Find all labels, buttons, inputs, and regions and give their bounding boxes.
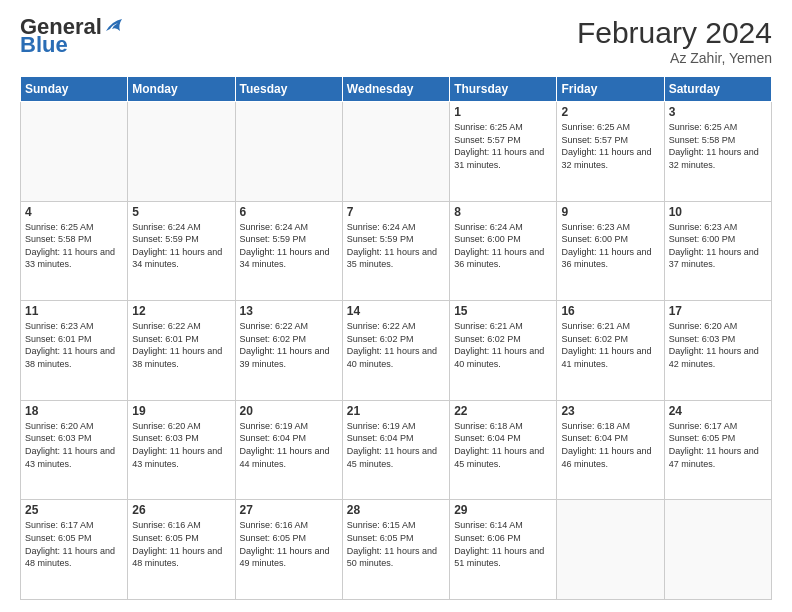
table-row [664,500,771,600]
table-row: 13Sunrise: 6:22 AM Sunset: 6:02 PM Dayli… [235,301,342,401]
day-number: 17 [669,304,767,318]
day-info: Sunrise: 6:20 AM Sunset: 6:03 PM Dayligh… [132,420,230,470]
calendar-week-row: 1Sunrise: 6:25 AM Sunset: 5:57 PM Daylig… [21,102,772,202]
day-number: 19 [132,404,230,418]
table-row: 12Sunrise: 6:22 AM Sunset: 6:01 PM Dayli… [128,301,235,401]
table-row [128,102,235,202]
calendar-header-row: Sunday Monday Tuesday Wednesday Thursday… [21,77,772,102]
day-info: Sunrise: 6:20 AM Sunset: 6:03 PM Dayligh… [25,420,123,470]
day-number: 29 [454,503,552,517]
day-number: 3 [669,105,767,119]
table-row: 5Sunrise: 6:24 AM Sunset: 5:59 PM Daylig… [128,201,235,301]
table-row: 8Sunrise: 6:24 AM Sunset: 6:00 PM Daylig… [450,201,557,301]
header: General Blue February 2024 Az Zahir, Yem… [20,16,772,66]
day-info: Sunrise: 6:22 AM Sunset: 6:02 PM Dayligh… [347,320,445,370]
calendar-week-row: 11Sunrise: 6:23 AM Sunset: 6:01 PM Dayli… [21,301,772,401]
day-info: Sunrise: 6:23 AM Sunset: 6:00 PM Dayligh… [561,221,659,271]
month-year-title: February 2024 [577,16,772,50]
day-number: 4 [25,205,123,219]
day-info: Sunrise: 6:22 AM Sunset: 6:01 PM Dayligh… [132,320,230,370]
table-row: 19Sunrise: 6:20 AM Sunset: 6:03 PM Dayli… [128,400,235,500]
day-number: 6 [240,205,338,219]
table-row: 6Sunrise: 6:24 AM Sunset: 5:59 PM Daylig… [235,201,342,301]
day-info: Sunrise: 6:19 AM Sunset: 6:04 PM Dayligh… [240,420,338,470]
table-row: 15Sunrise: 6:21 AM Sunset: 6:02 PM Dayli… [450,301,557,401]
calendar-week-row: 18Sunrise: 6:20 AM Sunset: 6:03 PM Dayli… [21,400,772,500]
day-info: Sunrise: 6:25 AM Sunset: 5:58 PM Dayligh… [669,121,767,171]
day-number: 23 [561,404,659,418]
day-number: 8 [454,205,552,219]
table-row [342,102,449,202]
table-row: 4Sunrise: 6:25 AM Sunset: 5:58 PM Daylig… [21,201,128,301]
logo: General Blue [20,16,124,56]
day-number: 9 [561,205,659,219]
col-friday: Friday [557,77,664,102]
day-number: 26 [132,503,230,517]
day-number: 13 [240,304,338,318]
logo-bird-icon [104,17,124,35]
table-row: 16Sunrise: 6:21 AM Sunset: 6:02 PM Dayli… [557,301,664,401]
day-number: 28 [347,503,445,517]
day-number: 21 [347,404,445,418]
day-number: 24 [669,404,767,418]
day-number: 2 [561,105,659,119]
day-number: 15 [454,304,552,318]
day-info: Sunrise: 6:16 AM Sunset: 6:05 PM Dayligh… [132,519,230,569]
day-info: Sunrise: 6:20 AM Sunset: 6:03 PM Dayligh… [669,320,767,370]
table-row: 26Sunrise: 6:16 AM Sunset: 6:05 PM Dayli… [128,500,235,600]
calendar-week-row: 4Sunrise: 6:25 AM Sunset: 5:58 PM Daylig… [21,201,772,301]
day-number: 18 [25,404,123,418]
day-info: Sunrise: 6:25 AM Sunset: 5:57 PM Dayligh… [561,121,659,171]
table-row: 1Sunrise: 6:25 AM Sunset: 5:57 PM Daylig… [450,102,557,202]
day-number: 22 [454,404,552,418]
calendar-week-row: 25Sunrise: 6:17 AM Sunset: 6:05 PM Dayli… [21,500,772,600]
col-thursday: Thursday [450,77,557,102]
day-info: Sunrise: 6:18 AM Sunset: 6:04 PM Dayligh… [561,420,659,470]
table-row: 10Sunrise: 6:23 AM Sunset: 6:00 PM Dayli… [664,201,771,301]
day-info: Sunrise: 6:19 AM Sunset: 6:04 PM Dayligh… [347,420,445,470]
day-number: 16 [561,304,659,318]
day-info: Sunrise: 6:22 AM Sunset: 6:02 PM Dayligh… [240,320,338,370]
location-text: Az Zahir, Yemen [577,50,772,66]
day-number: 10 [669,205,767,219]
col-wednesday: Wednesday [342,77,449,102]
table-row: 21Sunrise: 6:19 AM Sunset: 6:04 PM Dayli… [342,400,449,500]
day-info: Sunrise: 6:24 AM Sunset: 5:59 PM Dayligh… [240,221,338,271]
day-info: Sunrise: 6:21 AM Sunset: 6:02 PM Dayligh… [561,320,659,370]
table-row: 11Sunrise: 6:23 AM Sunset: 6:01 PM Dayli… [21,301,128,401]
table-row: 28Sunrise: 6:15 AM Sunset: 6:05 PM Dayli… [342,500,449,600]
day-info: Sunrise: 6:25 AM Sunset: 5:57 PM Dayligh… [454,121,552,171]
page: General Blue February 2024 Az Zahir, Yem… [0,0,792,612]
day-info: Sunrise: 6:23 AM Sunset: 6:01 PM Dayligh… [25,320,123,370]
day-number: 11 [25,304,123,318]
day-number: 20 [240,404,338,418]
col-monday: Monday [128,77,235,102]
table-row: 9Sunrise: 6:23 AM Sunset: 6:00 PM Daylig… [557,201,664,301]
day-number: 12 [132,304,230,318]
col-saturday: Saturday [664,77,771,102]
day-number: 14 [347,304,445,318]
day-info: Sunrise: 6:23 AM Sunset: 6:00 PM Dayligh… [669,221,767,271]
day-info: Sunrise: 6:16 AM Sunset: 6:05 PM Dayligh… [240,519,338,569]
table-row: 3Sunrise: 6:25 AM Sunset: 5:58 PM Daylig… [664,102,771,202]
day-number: 25 [25,503,123,517]
table-row: 22Sunrise: 6:18 AM Sunset: 6:04 PM Dayli… [450,400,557,500]
table-row: 25Sunrise: 6:17 AM Sunset: 6:05 PM Dayli… [21,500,128,600]
table-row: 27Sunrise: 6:16 AM Sunset: 6:05 PM Dayli… [235,500,342,600]
table-row [21,102,128,202]
title-block: February 2024 Az Zahir, Yemen [577,16,772,66]
table-row: 14Sunrise: 6:22 AM Sunset: 6:02 PM Dayli… [342,301,449,401]
table-row: 20Sunrise: 6:19 AM Sunset: 6:04 PM Dayli… [235,400,342,500]
day-info: Sunrise: 6:15 AM Sunset: 6:05 PM Dayligh… [347,519,445,569]
table-row: 2Sunrise: 6:25 AM Sunset: 5:57 PM Daylig… [557,102,664,202]
table-row: 18Sunrise: 6:20 AM Sunset: 6:03 PM Dayli… [21,400,128,500]
day-info: Sunrise: 6:21 AM Sunset: 6:02 PM Dayligh… [454,320,552,370]
col-sunday: Sunday [21,77,128,102]
day-info: Sunrise: 6:14 AM Sunset: 6:06 PM Dayligh… [454,519,552,569]
day-number: 5 [132,205,230,219]
day-info: Sunrise: 6:24 AM Sunset: 6:00 PM Dayligh… [454,221,552,271]
table-row [235,102,342,202]
col-tuesday: Tuesday [235,77,342,102]
table-row: 7Sunrise: 6:24 AM Sunset: 5:59 PM Daylig… [342,201,449,301]
table-row: 23Sunrise: 6:18 AM Sunset: 6:04 PM Dayli… [557,400,664,500]
